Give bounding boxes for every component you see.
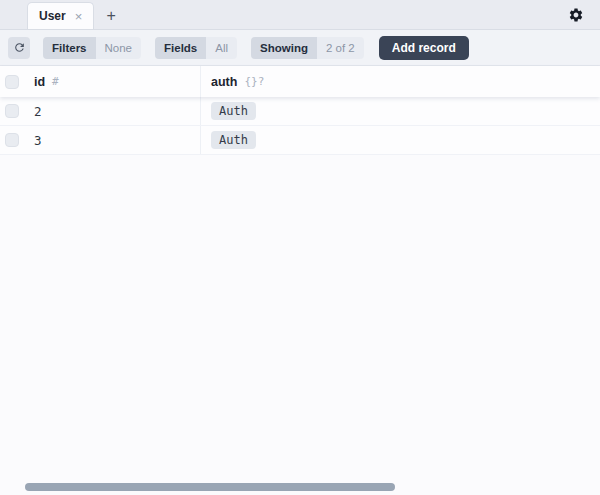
new-tab-button[interactable]: +	[94, 2, 128, 29]
cell-id[interactable]: 2	[28, 97, 200, 125]
refresh-icon	[13, 41, 26, 54]
select-all-checkbox[interactable]	[5, 75, 19, 89]
row-checkbox-cell	[0, 126, 28, 154]
relation-badge[interactable]: Auth	[211, 131, 256, 149]
relation-badge[interactable]: Auth	[211, 102, 256, 120]
table-header-row: id # auth {}?	[0, 66, 600, 97]
gear-icon	[568, 7, 584, 23]
table-row: 2 Auth	[0, 97, 600, 126]
tab-user-label: User	[39, 9, 66, 23]
fields-label: Fields	[155, 37, 206, 59]
cell-auth[interactable]: Auth	[200, 97, 600, 125]
cell-auth[interactable]: Auth	[200, 126, 600, 154]
header-checkbox-cell	[0, 66, 28, 97]
table-row: 3 Auth	[0, 126, 600, 155]
showing-label: Showing	[251, 37, 317, 59]
horizontal-scrollbar-thumb[interactable]	[25, 483, 395, 491]
add-record-button[interactable]: Add record	[379, 36, 469, 60]
id-value: 3	[34, 133, 42, 148]
close-icon[interactable]: ×	[75, 10, 83, 23]
toolbar: Filters None Fields All Showing 2 of 2 A…	[0, 30, 600, 66]
row-checkbox[interactable]	[5, 133, 19, 147]
column-header-auth[interactable]: auth {}?	[200, 66, 600, 97]
showing-value: 2 of 2	[317, 37, 364, 59]
showing-button[interactable]: Showing 2 of 2	[251, 37, 364, 59]
column-header-id[interactable]: id #	[28, 66, 200, 97]
filters-value: None	[96, 37, 142, 59]
fields-value: All	[206, 37, 237, 59]
column-type-icon: {}?	[244, 75, 264, 88]
plus-icon: +	[107, 7, 116, 25]
filters-label: Filters	[43, 37, 96, 59]
column-name: id	[34, 75, 45, 89]
settings-button[interactable]	[567, 6, 585, 24]
fields-button[interactable]: Fields All	[155, 37, 237, 59]
column-name: auth	[211, 75, 237, 89]
tab-user[interactable]: User ×	[27, 2, 94, 29]
column-type-icon: #	[52, 75, 59, 88]
filters-button[interactable]: Filters None	[43, 37, 141, 59]
tab-bar: User × +	[0, 0, 600, 30]
row-checkbox[interactable]	[5, 104, 19, 118]
id-value: 2	[34, 104, 42, 119]
row-checkbox-cell	[0, 97, 28, 125]
refresh-button[interactable]	[8, 37, 30, 59]
cell-id[interactable]: 3	[28, 126, 200, 154]
